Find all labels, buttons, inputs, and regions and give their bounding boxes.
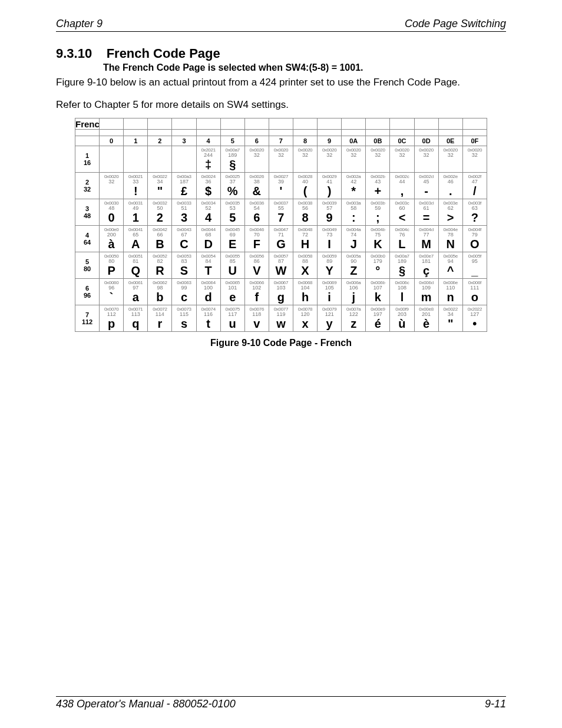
code-cell: 0x004266B [148, 226, 172, 252]
code-cell: 0x0076118v [244, 305, 269, 332]
code-cell: 0x002032 [293, 146, 317, 173]
cell-glyph: w [269, 318, 293, 330]
cell-glyph: i [318, 291, 341, 303]
cell-glyph: ; [366, 212, 389, 223]
codepage-table: French01234567890A0B0C0D0E0F1160x2021244… [75, 118, 487, 332]
code-cell: 0x004973I [318, 226, 342, 252]
footer-right: 9-11 [485, 698, 506, 710]
code-cell: 0x0069105i [318, 279, 342, 305]
column-header: 4 [196, 136, 220, 146]
code-cell: 0x005888X [293, 252, 317, 279]
cell-glyph: Y [318, 265, 341, 276]
blank-cell [318, 118, 342, 130]
cell-glyph: - [415, 185, 438, 197]
code-cell: 0x004367C [172, 226, 196, 252]
code-cell: 0x00e9197é [366, 305, 390, 332]
column-header: 6 [244, 136, 269, 146]
cell-glyph: ) [318, 185, 341, 197]
code-cell: 0x002032 [269, 146, 293, 173]
cell-glyph: X [293, 265, 317, 276]
column-header: 5 [220, 136, 244, 146]
code-cell: 0x0075117u [220, 305, 244, 332]
empty-cell [100, 146, 124, 173]
column-header: 0F [462, 136, 487, 146]
column-header: 3 [172, 136, 196, 146]
code-cell: 0x007a122z [342, 305, 366, 332]
cell-glyph: < [390, 212, 414, 223]
cell-glyph: £ [172, 185, 196, 197]
code-cell: 0x004569E [220, 226, 244, 252]
cell-glyph: B [148, 238, 171, 250]
cell-glyph: n [439, 291, 462, 303]
code-cell: 0x0070112p [100, 305, 124, 332]
code-cell: 0x005e94^ [438, 252, 462, 279]
cell-glyph [390, 159, 414, 170]
cell-glyph: _ [463, 265, 487, 276]
blank-cell [390, 130, 414, 136]
code-cell: 0x002234" [148, 173, 172, 199]
footer-left: 438 Operator's Manual - 880052-0100 [56, 698, 236, 710]
blank-cell [244, 130, 269, 136]
section-title: French Code Page [107, 46, 220, 61]
code-cell: 0x005f95_ [462, 252, 487, 279]
row-header: 348 [75, 199, 100, 226]
cell-glyph: O [463, 238, 487, 250]
cell-glyph [463, 159, 487, 170]
cell-glyph: p [100, 318, 123, 330]
cell-glyph: 7 [269, 212, 293, 223]
figure-caption: Figure 9-10 Code Page - French [75, 338, 487, 348]
blank-cell [366, 130, 390, 136]
cell-glyph: > [439, 212, 462, 223]
cell-glyph: H [293, 238, 317, 250]
cell-glyph: D [197, 238, 220, 250]
code-cell: 0x006096` [100, 279, 124, 305]
code-cell: 0x002638& [244, 173, 269, 199]
cell-glyph: K [366, 238, 389, 250]
code-cell: 0x006f111o [462, 279, 487, 305]
cell-glyph: / [463, 185, 487, 197]
blank-cell [172, 118, 196, 130]
cell-glyph: L [390, 238, 414, 250]
blank-cell [100, 118, 124, 130]
code-cell: 0x004e78N [438, 226, 462, 252]
cell-glyph: M [415, 238, 438, 250]
blank-cell [342, 130, 366, 136]
blank-cell [196, 118, 220, 130]
cell-glyph: N [439, 238, 462, 250]
cell-glyph: s [172, 318, 196, 330]
empty-cell [172, 146, 196, 173]
blank-cell [148, 130, 172, 136]
code-cell: 0x002c44, [390, 173, 414, 199]
cell-glyph: C [172, 238, 196, 250]
code-cell: 0x004a74J [342, 226, 366, 252]
cell-glyph: j [342, 291, 365, 303]
code-cell: 0x006c108l [390, 279, 414, 305]
code-cell: 0x003f63? [462, 199, 487, 226]
code-cell: 0x0034524 [196, 199, 220, 226]
code-cell: 0x003e62> [438, 199, 462, 226]
cell-glyph: " [439, 318, 462, 330]
cell-glyph: g [269, 291, 293, 303]
cell-glyph: , [390, 185, 414, 197]
cell-glyph [293, 159, 317, 170]
cell-glyph: + [366, 185, 389, 197]
cell-glyph: l [390, 291, 414, 303]
code-cell: 0x006399c [172, 279, 196, 305]
row-header: 464 [75, 226, 100, 252]
cell-glyph: 5 [221, 212, 244, 223]
code-cell: 0x004d77M [414, 226, 438, 252]
cell-glyph: • [463, 318, 487, 330]
code-cell: 0x2021244‡ [196, 146, 220, 173]
cell-glyph: a [124, 291, 147, 303]
code-cell: 0x002840( [293, 173, 317, 199]
cell-glyph: I [318, 238, 341, 250]
blank-cell [269, 130, 293, 136]
code-cell: 0x002436$ [196, 173, 220, 199]
cell-glyph: ‡ [197, 159, 220, 170]
cell-glyph: S [172, 265, 196, 276]
code-cell: 0x0064100d [196, 279, 220, 305]
row-header: 580 [75, 252, 100, 279]
column-header: 0A [342, 136, 366, 146]
cell-glyph: k [366, 291, 389, 303]
blank-cell [196, 130, 220, 136]
